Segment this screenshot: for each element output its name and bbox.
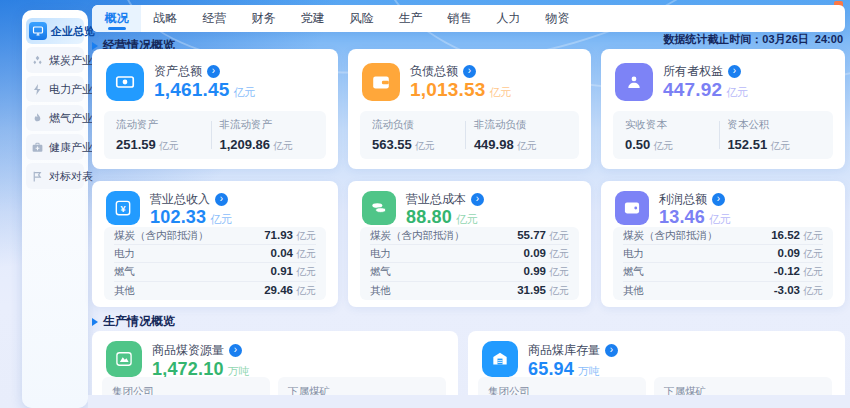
card-sub-box: 下属煤矿 [278, 377, 446, 397]
card-value: 13.46 [659, 207, 705, 227]
bottom-band [88, 395, 850, 408]
card-unit: 亿元 [726, 86, 748, 98]
revenue-icon: ¥ [106, 191, 140, 225]
card-unit: 亿元 [456, 213, 478, 225]
card-unit: 万吨 [578, 365, 600, 377]
coal-inventory-icon [482, 341, 518, 377]
card-sub-box: 下属煤矿 [654, 377, 832, 397]
profit-icon [615, 191, 649, 225]
sub-value: 251.59 [116, 137, 156, 152]
assets-icon [106, 63, 144, 101]
coal-industry-icon [29, 52, 45, 68]
card-sub-panel: 流动负债 563.55亿元 非流动负债 449.98亿元 [360, 111, 579, 159]
divider [465, 121, 466, 149]
enterprise-overview-icon [29, 22, 47, 40]
breakdown-row: 其他31.95亿元 [370, 282, 569, 300]
breakdown-row: 煤炭（含内部抵消）71.93亿元 [114, 227, 316, 245]
card-coal-resource: 商品煤资源量› 1,472.10万吨 集团公司 下属煤矿 [92, 331, 458, 397]
tab-sales[interactable]: 销售 [435, 5, 484, 32]
card-title: 负债总额 [410, 63, 458, 80]
sub-label: 非流动资产 [219, 118, 293, 132]
sidebar: 企业总览 煤炭产业 电力产业 燃气产业 健康产业 [22, 10, 88, 408]
stat-time: 数据统计截止时间：03月26日 24:00 [663, 32, 843, 47]
svg-text:¥: ¥ [120, 204, 126, 214]
equity-icon [615, 63, 653, 101]
card-title: 商品煤库存量 [528, 342, 600, 359]
sub-value: 152.51 [727, 137, 767, 152]
card-title: 利润总额 [659, 191, 707, 208]
detail-arrow-icon[interactable]: › [215, 193, 228, 206]
breakdown-row: 电力0.09亿元 [623, 245, 823, 263]
card-unit: 万吨 [228, 365, 250, 377]
sidebar-item-label: 燃气产业 [49, 111, 93, 126]
card-value: 447.92 [663, 79, 722, 100]
card-sub-panel: 流动资产 251.59亿元 非流动资产 1,209.86亿元 [104, 111, 326, 159]
breakdown-row: 燃气0.91亿元 [114, 263, 316, 281]
breakdown-row: 其他-3.03亿元 [623, 282, 823, 300]
breakdown-row: 煤炭（含内部抵消）16.52亿元 [623, 227, 823, 245]
sidebar-item-label: 企业总览 [51, 24, 95, 39]
card-breakdown-panel: 煤炭（含内部抵消）71.93亿元 电力0.04亿元 燃气0.91亿元 其他29.… [104, 227, 326, 300]
section-title: 生产情况概览 [103, 313, 175, 330]
sidebar-item-benchmark[interactable]: 对标对表 [26, 163, 84, 189]
divider [211, 121, 212, 149]
liabilities-icon [362, 63, 400, 101]
sidebar-item-gas-industry[interactable]: 燃气产业 [26, 105, 84, 131]
tab-strategy[interactable]: 战略 [141, 5, 190, 32]
breakdown-row: 燃气0.99亿元 [370, 263, 569, 281]
sidebar-item-enterprise-overview[interactable]: 企业总览 [26, 18, 84, 44]
tab-risk[interactable]: 风险 [337, 5, 386, 32]
card-sub-box: 集团公司 [478, 377, 646, 397]
sub-label: 资本公积 [727, 118, 790, 132]
tab-hr[interactable]: 人力 [484, 5, 533, 32]
card-unit: 亿元 [709, 213, 731, 225]
card-sub-box: 集团公司 [102, 377, 270, 397]
sub-label: 实收资本 [625, 118, 673, 132]
sidebar-item-health-industry[interactable]: 健康产业 [26, 134, 84, 160]
detail-arrow-icon[interactable]: › [471, 193, 484, 206]
card-title: 营业总收入 [150, 191, 210, 208]
card-title: 资产总额 [154, 63, 202, 80]
tab-materials[interactable]: 物资 [533, 5, 582, 32]
section-production-overview: 生产情况概览 [92, 313, 175, 330]
tab-finance[interactable]: 财务 [239, 5, 288, 32]
tab-bar: 概况 战略 经营 财务 党建 风险 生产 销售 人力 物资 [92, 5, 845, 32]
card-unit: 亿元 [210, 213, 232, 225]
card-unit: 亿元 [490, 86, 512, 98]
card-title: 营业总成本 [406, 191, 466, 208]
card-value: 88.80 [406, 207, 452, 227]
gas-industry-icon [29, 110, 45, 126]
sub-label: 流动负债 [372, 118, 435, 132]
power-industry-icon [29, 81, 45, 97]
card-value: 1,472.10 [152, 359, 224, 379]
sub-value: 1,209.86 [219, 137, 270, 152]
detail-arrow-icon[interactable]: › [207, 65, 220, 78]
detail-arrow-icon[interactable]: › [728, 65, 741, 78]
breakdown-row: 煤炭（含内部抵消）55.77亿元 [370, 227, 569, 245]
card-breakdown-panel: 煤炭（含内部抵消）55.77亿元 电力0.09亿元 燃气0.99亿元 其他31.… [360, 227, 579, 300]
sidebar-item-power-industry[interactable]: 电力产业 [26, 76, 84, 102]
tab-overview[interactable]: 概况 [92, 5, 141, 32]
card-owners-equity: 所有者权益› 447.92亿元 实收资本 0.50亿元 资本公积 152.51亿… [601, 49, 845, 169]
card-total-assets: 资产总额› 1,461.45亿元 流动资产 251.59亿元 非流动资产 1,2… [92, 49, 338, 169]
card-coal-inventory: 商品煤库存量› 65.94万吨 集团公司 下属煤矿 [468, 331, 845, 397]
tab-party-building[interactable]: 党建 [288, 5, 337, 32]
section-arrow-icon [92, 318, 98, 326]
card-breakdown-panel: 煤炭（含内部抵消）16.52亿元 电力0.09亿元 燃气-0.12亿元 其他-3… [613, 227, 833, 300]
breakdown-row: 其他29.46亿元 [114, 282, 316, 300]
sidebar-item-coal-industry[interactable]: 煤炭产业 [26, 47, 84, 73]
card-value: 1,013.53 [410, 79, 486, 100]
health-industry-icon [29, 139, 45, 155]
detail-arrow-icon[interactable]: › [463, 65, 476, 78]
card-title: 商品煤资源量 [152, 342, 224, 359]
card-value: 65.94 [528, 359, 574, 379]
tab-operations[interactable]: 经营 [190, 5, 239, 32]
benchmark-icon [29, 168, 45, 184]
card-total-cost: 营业总成本› 88.80亿元 煤炭（含内部抵消）55.77亿元 电力0.09亿元… [348, 181, 591, 307]
breakdown-row: 电力0.09亿元 [370, 245, 569, 263]
tab-production[interactable]: 生产 [386, 5, 435, 32]
breakdown-row: 燃气-0.12亿元 [623, 263, 823, 281]
detail-arrow-icon[interactable]: › [229, 344, 242, 357]
detail-arrow-icon[interactable]: › [712, 193, 725, 206]
detail-arrow-icon[interactable]: › [605, 344, 618, 357]
